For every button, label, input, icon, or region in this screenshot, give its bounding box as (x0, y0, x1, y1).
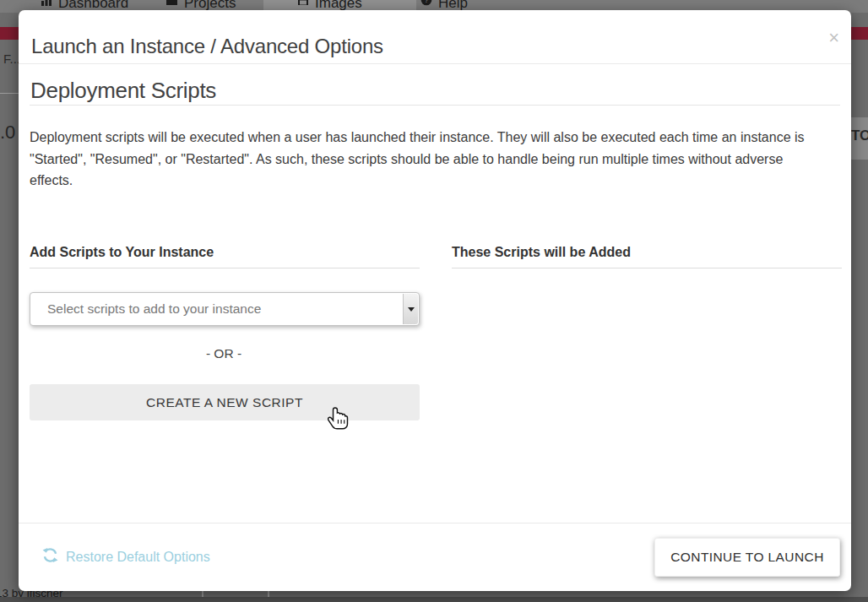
tab-dashboard-label: Dashboard (58, 0, 128, 10)
background-text-fragment: TO (851, 127, 868, 144)
add-scripts-column-header: Add Scripts to Your Instance (30, 245, 214, 260)
tab-help-label: Help (438, 0, 468, 10)
or-separator: - OR - (30, 346, 418, 361)
modal-footer-divider (19, 523, 851, 523)
background-divider-fragment (0, 93, 19, 94)
added-scripts-column-divider (452, 268, 842, 268)
added-scripts-column-header: These Scripts will be Added (452, 245, 631, 260)
floppy-icon (297, 0, 309, 10)
section-heading-divider (30, 105, 840, 106)
folder-icon (165, 0, 178, 10)
create-new-script-button[interactable]: CREATE A NEW SCRIPT (30, 384, 420, 420)
scripts-select[interactable]: Select scripts to add to your instance (30, 292, 420, 326)
refresh-icon (42, 547, 58, 567)
restore-default-options-label: Restore Default Options (66, 550, 210, 565)
background-text-fragment: .0 (0, 122, 15, 144)
background-text-fragment: F... (3, 52, 20, 66)
svg-text:?: ? (424, 0, 428, 4)
question-circle-icon: ? (420, 0, 432, 10)
add-scripts-column-divider (30, 268, 420, 268)
section-heading: Deployment Scripts (30, 78, 216, 104)
bar-chart-icon (41, 0, 52, 10)
tab-dashboard[interactable]: Dashboard (41, 0, 128, 10)
restore-default-options-link[interactable]: Restore Default Options (42, 547, 210, 567)
background-table-band (0, 597, 868, 602)
modal-header-divider (19, 63, 851, 64)
chevron-down-icon[interactable] (403, 294, 418, 324)
advanced-options-modal: Launch an Instance / Advanced Options × … (19, 10, 851, 591)
scripts-select-placeholder: Select scripts to add to your instance (47, 293, 261, 325)
tab-projects-label: Projects (184, 0, 236, 10)
close-icon[interactable]: × (828, 29, 839, 47)
modal-title: Launch an Instance / Advanced Options (31, 35, 383, 58)
screen: Dashboard Projects Images ? Help F... .0… (0, 0, 868, 602)
background-table-border (202, 590, 203, 597)
section-description: Deployment scripts will be executed when… (30, 127, 808, 192)
continue-to-launch-button[interactable]: CONTINUE TO LAUNCH (654, 538, 840, 577)
background-table-border (268, 590, 269, 597)
tab-projects[interactable]: Projects (165, 0, 236, 10)
tab-images-label: Images (315, 0, 362, 10)
tab-images[interactable]: Images (297, 0, 362, 10)
tab-help[interactable]: ? Help (420, 0, 468, 10)
